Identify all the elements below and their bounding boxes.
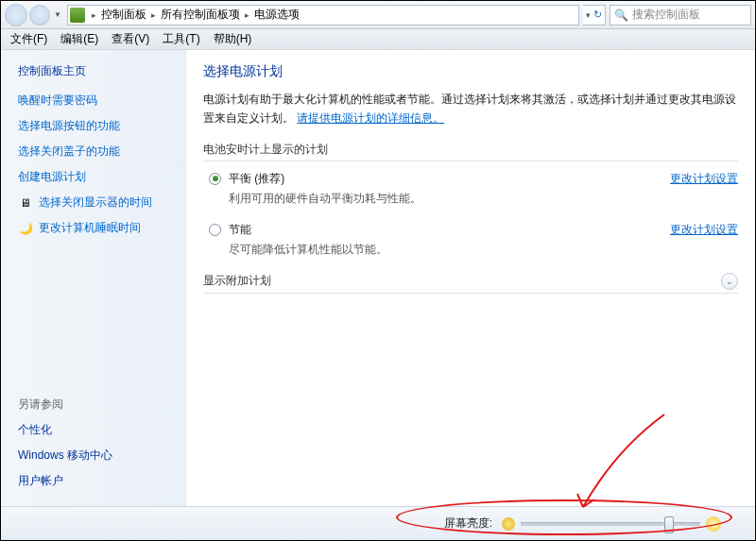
desc-text: 电源计划有助于最大化计算机的性能或者节能。通过选择计划来将其激活，或选择计划并通… <box>203 93 736 125</box>
group-header-label: 显示附加计划 <box>203 273 271 289</box>
breadcrumb-item[interactable]: 控制面板 <box>99 7 148 23</box>
menu-help[interactable]: 帮助(H) <box>208 29 258 49</box>
brightness-label: 屏幕亮度: <box>444 516 492 532</box>
plan-group-header: 电池安时计上显示的计划 <box>203 142 738 161</box>
sidebar-item-create-plan[interactable]: 创建电源计划 <box>18 169 174 185</box>
see-also-personalization[interactable]: 个性化 <box>18 422 174 438</box>
chevron-right-icon[interactable]: ▸ <box>148 10 159 20</box>
breadcrumb[interactable]: ▸ 控制面板 ▸ 所有控制面板项 ▸ 电源选项 <box>67 5 579 25</box>
sidebar-item-wake-password[interactable]: 唤醒时需要密码 <box>18 93 174 109</box>
desc-link[interactable]: 请提供电源计划的详细信息。 <box>297 111 444 125</box>
nav-back-button[interactable] <box>5 4 27 26</box>
see-also: 另请参阅 个性化 Windows 移动中心 用户帐户 <box>18 397 174 499</box>
sidebar-item-sleep-time[interactable]: 🌙 更改计算机睡眠时间 <box>18 220 174 236</box>
sidebar: 控制面板主页 唤醒时需要密码 选择电源按钮的功能 选择关闭盖子的功能 创建电源计… <box>1 50 186 506</box>
sidebar-item-close-lid[interactable]: 选择关闭盖子的功能 <box>18 144 174 160</box>
chevron-down-icon[interactable]: ⌄ <box>721 273 738 290</box>
page-title: 选择电源计划 <box>203 63 738 80</box>
sidebar-item-label[interactable]: 选择关闭显示器的时间 <box>39 194 152 211</box>
radio-unselected[interactable] <box>209 224 221 236</box>
group-header-label: 电池安时计上显示的计划 <box>203 142 328 158</box>
change-plan-settings-link[interactable]: 更改计划设置 <box>670 222 738 238</box>
chevron-right-icon[interactable]: ▸ <box>89 10 99 20</box>
plan-power-saver[interactable]: 节能 尽可能降低计算机性能以节能。 更改计划设置 <box>203 222 738 258</box>
additional-plans-header[interactable]: 显示附加计划 ⌄ <box>203 273 738 294</box>
content-pane: 选择电源计划 电源计划有助于最大化计算机的性能或者节能。通过选择计划来将其激活，… <box>186 50 755 506</box>
sidebar-home[interactable]: 控制面板主页 <box>18 63 174 79</box>
menu-tools[interactable]: 工具(T) <box>157 29 205 49</box>
chevron-right-icon[interactable]: ▸ <box>242 10 252 20</box>
plan-name: 节能 <box>229 222 659 238</box>
menu-file[interactable]: 文件(F) <box>5 29 53 49</box>
address-bar: ▼ ▸ 控制面板 ▸ 所有控制面板项 ▸ 电源选项 ▾↻ 🔍 搜索控制面板 <box>1 1 755 29</box>
nav-forward-button[interactable] <box>29 5 50 25</box>
brightness-bar: 屏幕亮度: <box>1 506 755 540</box>
monitor-icon: 🖥 <box>18 195 33 211</box>
search-placeholder: 搜索控制面板 <box>632 7 700 23</box>
refresh-dropdown-button[interactable]: ▾↻ <box>583 5 606 25</box>
page-description: 电源计划有助于最大化计算机的性能或者节能。通过选择计划来将其激活，或选择计划并通… <box>203 90 738 128</box>
control-panel-icon <box>70 8 85 23</box>
brightness-high-icon <box>706 516 721 532</box>
breadcrumb-item[interactable]: 电源选项 <box>252 7 301 23</box>
main-area: 控制面板主页 唤醒时需要密码 选择电源按钮的功能 选择关闭盖子的功能 创建电源计… <box>1 50 755 506</box>
search-icon: 🔍 <box>614 8 628 22</box>
plan-desc: 尽可能降低计算机性能以节能。 <box>229 242 659 258</box>
moon-icon: 🌙 <box>18 221 33 236</box>
change-plan-settings-link[interactable]: 更改计划设置 <box>670 171 738 187</box>
brightness-low-icon <box>502 517 515 531</box>
brightness-slider-thumb[interactable] <box>664 516 674 533</box>
menu-edit[interactable]: 编辑(E) <box>55 29 104 49</box>
nav-history-dropdown[interactable]: ▼ <box>52 6 63 25</box>
plan-name: 平衡 (推荐) <box>229 171 659 187</box>
breadcrumb-item[interactable]: 所有控制面板项 <box>159 7 242 23</box>
see-also-user-accounts[interactable]: 用户帐户 <box>18 473 174 489</box>
search-input[interactable]: 🔍 搜索控制面板 <box>610 5 751 25</box>
sidebar-item-power-button[interactable]: 选择电源按钮的功能 <box>18 118 174 134</box>
see-also-header: 另请参阅 <box>18 397 174 413</box>
brightness-slider[interactable] <box>521 522 700 526</box>
radio-selected[interactable] <box>209 173 221 185</box>
see-also-mobility-center[interactable]: Windows 移动中心 <box>18 448 174 464</box>
sidebar-item-turn-off-display[interactable]: 🖥 选择关闭显示器的时间 <box>18 194 174 211</box>
menu-bar: 文件(F) 编辑(E) 查看(V) 工具(T) 帮助(H) <box>1 29 755 50</box>
plan-desc: 利用可用的硬件自动平衡功耗与性能。 <box>229 191 659 207</box>
menu-view[interactable]: 查看(V) <box>106 29 155 49</box>
sidebar-item-label[interactable]: 更改计算机睡眠时间 <box>39 220 141 236</box>
plan-balanced[interactable]: 平衡 (推荐) 利用可用的硬件自动平衡功耗与性能。 更改计划设置 <box>203 171 738 207</box>
